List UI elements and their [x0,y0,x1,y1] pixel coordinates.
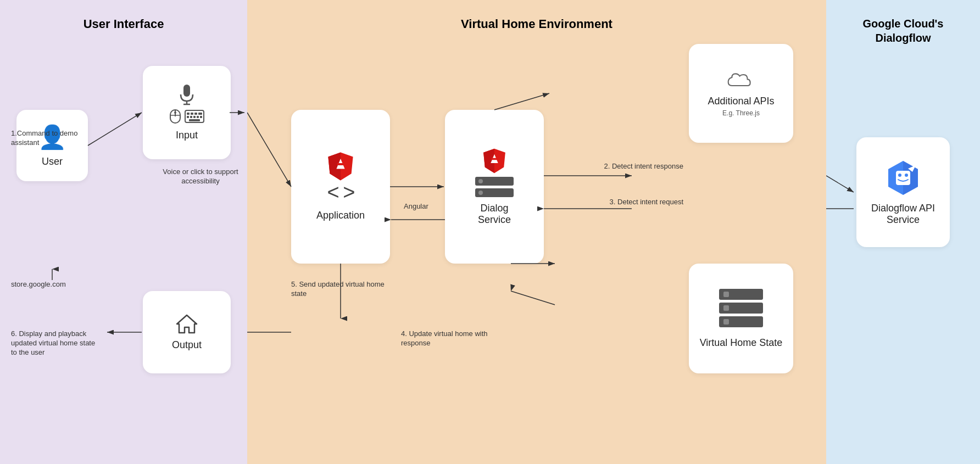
svg-line-54 [826,176,854,192]
arrow-label-1: 1.Command to demo assistant [11,129,82,148]
dialog-service-card: DialogService [445,110,544,264]
svg-line-40 [494,93,549,110]
svg-point-6 [174,111,176,114]
server-rows-dialog [475,177,514,197]
svg-rect-10 [194,113,197,115]
google-cloud-section: Google Cloud'sDialogflow Dialogflow API … [826,0,980,464]
svg-rect-11 [198,113,202,115]
cloud-icon [727,70,755,90]
svg-rect-15 [197,116,199,118]
virtual-home-state-card: Virtual Home State [689,264,793,373]
keyboard-icon [185,110,204,123]
user-interface-title: User Interface [11,16,236,32]
input-card: Input [143,66,231,159]
output-label: Output [172,339,202,351]
mouse-keyboard-icons [169,109,204,124]
dialog-service-label: DialogService [478,203,511,226]
arrow-label-5: 5. Send updated virtual home state [291,280,390,299]
user-interface-section: User Interface 👤 User [0,0,247,464]
arrow-label-4: 4. Update virtual home with response [401,329,500,348]
svg-line-44 [511,291,555,305]
angular-icon-dialog [482,148,506,174]
angular-label: Angular [404,202,428,211]
dialogflow-api-card: Dialogflow API Service [856,137,950,247]
mic-icon [179,85,195,105]
application-label: Application [316,210,365,221]
svg-rect-12 [187,116,189,118]
svg-point-50 [898,174,901,177]
arrow-label-voice: Voice or click to support accessibility [159,167,242,186]
vhs-row-2 [719,303,763,314]
svg-rect-9 [191,113,193,115]
svg-line-37 [247,113,291,187]
virtual-home-section: Virtual Home Environment < > Application [247,0,826,464]
additional-apis-card: Additional APIs E.g. Three.js [689,44,793,143]
input-label: Input [176,130,198,141]
google-cloud-title: Google Cloud'sDialogflow [837,16,969,45]
svg-rect-16 [200,116,202,118]
svg-point-51 [905,174,908,177]
vhs-server-rows [719,289,763,327]
svg-rect-17 [189,119,200,121]
user-label: User [42,156,63,167]
dialogflow-icon [884,159,922,197]
arrow-label-2: 2. Detect intent response [604,162,683,171]
dialogflow-api-label: Dialogflow API Service [864,203,942,226]
vhs-row-3 [719,316,763,327]
svg-rect-8 [187,113,190,115]
application-card: < > Application [291,110,390,264]
vhs-row-1 [719,289,763,300]
virtual-home-title: Virtual Home Environment [258,16,815,32]
mouse-icon [169,109,181,124]
code-symbol: < > [327,181,354,204]
svg-rect-13 [190,116,192,118]
angular-icon-app [327,152,354,181]
output-card: Output [143,291,231,373]
svg-line-21 [88,113,142,146]
svg-marker-18 [177,315,197,333]
server-row-2 [475,188,514,197]
svg-rect-32 [492,158,498,160]
svg-rect-28 [337,163,344,165]
server-row-1 [475,177,514,186]
svg-rect-49 [896,171,910,185]
additional-apis-label: Additional APIs [708,96,774,107]
virtual-home-state-label: Virtual Home State [700,337,783,349]
svg-rect-0 [183,85,190,97]
arrow-label-3: 3. Detect intent request [610,198,683,207]
svg-rect-14 [193,116,196,118]
additional-apis-sublabel: E.g. Three.js [722,109,760,117]
store-label: store.google.com [11,280,66,289]
arrow-label-6: 6. Display and playback updated virtual … [11,329,99,357]
home-icon [176,314,198,334]
